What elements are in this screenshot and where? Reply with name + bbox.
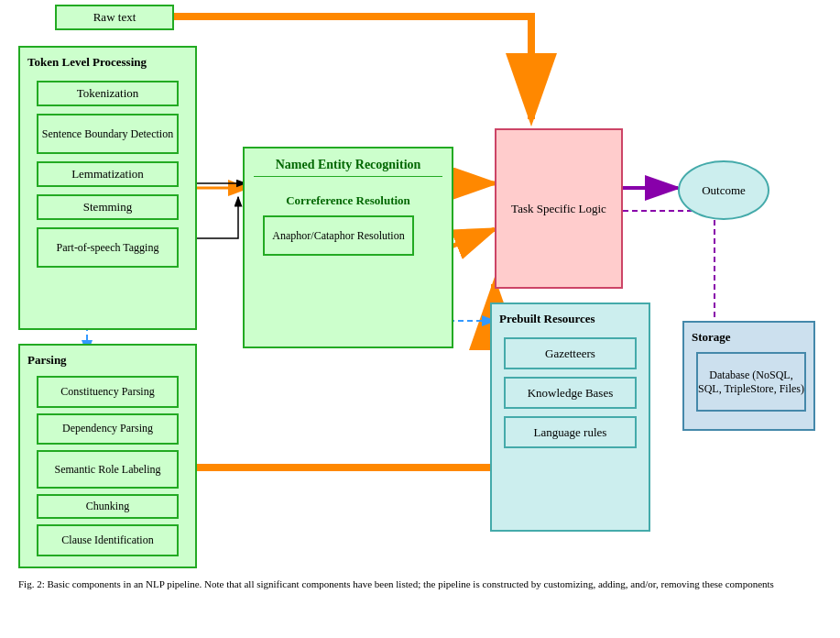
- gazetteers-box: Gazetteers: [504, 337, 637, 369]
- token-level-box: Token Level Processing Tokenization Sent…: [18, 46, 197, 330]
- lemmatization-label: Lemmatization: [71, 167, 144, 182]
- gazetteers-label: Gazetteers: [545, 346, 595, 361]
- sentence-boundary-box: Sentence Boundary Detection: [37, 114, 179, 154]
- dependency-box: Dependency Parsing: [37, 413, 179, 446]
- prebuilt-box: Prebuilt Resources Gazetteers Knowledge …: [490, 302, 650, 532]
- token-level-label: Token Level Processing: [27, 55, 147, 70]
- constituency-box: Constituency Parsing: [37, 376, 179, 408]
- database-label: Database (NoSQL, SQL, TripleStore, Files…: [698, 368, 804, 396]
- lemmatization-box: Lemmatization: [37, 161, 179, 187]
- chunking-label: Chunking: [86, 500, 129, 513]
- language-rules-label: Language rules: [534, 425, 607, 440]
- storage-box: Storage Database (NoSQL, SQL, TripleStor…: [682, 321, 815, 431]
- anaphor-box: Anaphor/Cataphor Resolution: [263, 215, 414, 256]
- raw-text-box: Raw text: [55, 5, 174, 30]
- pos-box: Part-of-speech Tagging: [37, 227, 179, 268]
- ner-coref-container: Named Entity Recognition Correference Re…: [243, 147, 453, 348]
- clause-label: Clause Identification: [61, 534, 153, 547]
- ner-label: Named Entity Recognition: [254, 158, 442, 177]
- semantic-role-box: Semantic Role Labeling: [37, 450, 179, 489]
- caption: Fig. 2: Basic components in an NLP pipel…: [18, 578, 824, 591]
- knowledge-bases-label: Knowledge Bases: [528, 386, 614, 401]
- tokenization-label: Tokenization: [77, 86, 139, 101]
- raw-text-label: Raw text: [93, 10, 136, 25]
- chunking-box: Chunking: [37, 494, 179, 519]
- tokenization-box: Tokenization: [37, 81, 179, 106]
- anaphor-label: Anaphor/Cataphor Resolution: [272, 229, 404, 243]
- task-specific-label: Task Specific Logic: [507, 197, 611, 221]
- constituency-label: Constituency Parsing: [60, 385, 154, 399]
- diagram: Raw text Token Level Processing Tokeniza…: [0, 0, 840, 596]
- stemming-label: Stemming: [83, 200, 132, 214]
- pos-label: Part-of-speech Tagging: [57, 241, 159, 255]
- prebuilt-label: Prebuilt Resources: [499, 312, 595, 326]
- stemming-box: Stemming: [37, 194, 179, 220]
- database-box: Database (NoSQL, SQL, TripleStore, Files…: [696, 352, 806, 412]
- caption-text: Fig. 2: Basic components in an NLP pipel…: [18, 578, 774, 589]
- clause-box: Clause Identification: [37, 524, 179, 556]
- coref-label: Correference Resolution: [254, 193, 442, 208]
- storage-label: Storage: [692, 330, 731, 345]
- sentence-boundary-label: Sentence Boundary Detection: [42, 127, 173, 141]
- knowledge-bases-box: Knowledge Bases: [504, 377, 637, 409]
- outcome-label: Outcome: [702, 183, 746, 198]
- dependency-label: Dependency Parsing: [62, 422, 153, 435]
- parsing-box: Parsing Constituency Parsing Dependency …: [18, 344, 197, 568]
- task-specific-box: Task Specific Logic: [495, 128, 623, 289]
- outcome-box: Outcome: [678, 160, 769, 220]
- semantic-role-label: Semantic Role Labeling: [55, 463, 161, 477]
- parsing-label: Parsing: [27, 353, 67, 368]
- language-rules-box: Language rules: [504, 416, 637, 448]
